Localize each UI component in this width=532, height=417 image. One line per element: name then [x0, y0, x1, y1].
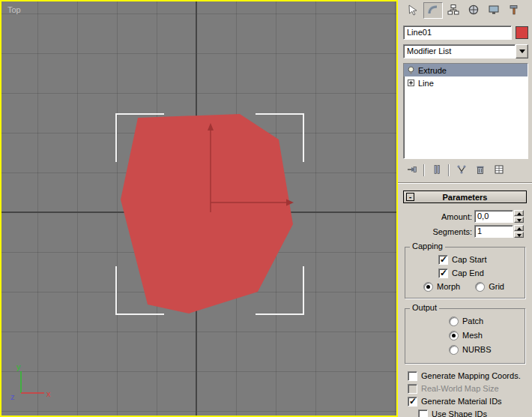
hierarchy-boxes-icon: [447, 4, 459, 17]
patch-label[interactable]: Patch: [462, 316, 483, 326]
output-group: Output Patch Mesh NURBS: [405, 308, 525, 364]
modifier-stack-item-line[interactable]: Line: [404, 76, 528, 89]
modifier-stack: Extrude Line: [403, 63, 528, 159]
cap-start-label[interactable]: Cap Start: [452, 255, 486, 264]
object-name-row: Line01: [403, 26, 528, 40]
generate-mapping-coords-label[interactable]: Generate Mapping Coords.: [421, 371, 521, 380]
amount-spinner: [514, 210, 524, 223]
spin-up-icon: [517, 212, 522, 215]
cap-type-row: Morph Grid: [423, 281, 522, 292]
toolbar-separator: [448, 164, 450, 176]
pin-stack-button[interactable]: [403, 163, 420, 178]
segments-spin-down-button[interactable]: [514, 232, 524, 238]
create-arrow-icon: [407, 4, 419, 17]
morph-radio[interactable]: [423, 282, 433, 292]
trash-icon: [475, 164, 486, 176]
real-world-map-size-label: Real-World Map Size: [421, 384, 499, 393]
show-end-result-icon: [432, 164, 442, 176]
show-end-result-button[interactable]: [428, 163, 445, 178]
segments-label: Segments:: [432, 227, 472, 236]
chevron-down-icon: [519, 50, 525, 53]
axis-z-label: z: [10, 392, 15, 401]
cap-end-checkbox[interactable]: [438, 268, 448, 278]
object-name-input[interactable]: Line01: [403, 26, 512, 40]
pin-icon: [407, 164, 417, 176]
modifier-list-dropdown-button[interactable]: [516, 44, 528, 58]
object-color-swatch[interactable]: [516, 26, 528, 39]
toolbar-separator: [423, 164, 425, 176]
grid-radio[interactable]: [475, 282, 485, 292]
modify-curve-icon: [427, 4, 439, 17]
remove-modifier-button[interactable]: [471, 163, 489, 178]
nurbs-row: NURBS: [449, 344, 522, 355]
segments-row: Segments: 1: [403, 225, 524, 238]
cap-start-checkbox[interactable]: [438, 255, 448, 265]
tab-utilities[interactable]: [504, 2, 524, 19]
tab-motion[interactable]: [464, 2, 483, 19]
viewport-top[interactable]: y x z Top: [0, 0, 398, 417]
amount-spin-up-button[interactable]: [514, 210, 524, 216]
segments-input[interactable]: 1: [474, 225, 513, 238]
segments-spin-up-button[interactable]: [514, 225, 524, 231]
world-axis-indicator: y x z: [10, 362, 51, 401]
patch-radio[interactable]: [449, 316, 459, 326]
configure-sets-icon: [494, 164, 504, 176]
modifier-stack-toolbar: [403, 161, 528, 179]
panel-divider: [398, 182, 532, 184]
real-world-map-size-checkbox[interactable]: [408, 384, 417, 394]
make-unique-button[interactable]: [453, 163, 470, 178]
configure-modifier-sets-button[interactable]: [490, 163, 507, 178]
patch-row: Patch: [449, 316, 522, 326]
morph-label[interactable]: Morph: [437, 282, 460, 291]
use-shape-ids-checkbox[interactable]: [418, 410, 428, 417]
base-object-label: Line: [418, 79, 434, 88]
generate-material-ids-checkbox[interactable]: [408, 397, 417, 406]
motion-wheel-icon: [468, 4, 480, 17]
modifier-list-dropdown[interactable]: Modifier List: [403, 44, 528, 58]
amount-spin-down-button[interactable]: [514, 217, 524, 223]
parameters-rollout-body: Amount: 0,0 Segments: 1: [403, 203, 527, 417]
viewport-scene: y x z: [1, 2, 396, 416]
tab-create[interactable]: [403, 2, 423, 19]
modifier-bulb-icon[interactable]: [406, 66, 415, 75]
generate-mapping-coords-checkbox[interactable]: [408, 371, 417, 381]
viewport-label[interactable]: Top: [7, 5, 21, 14]
options-list: Generate Mapping Coords. Real-World Map …: [408, 370, 527, 417]
amount-label: Amount:: [441, 212, 472, 221]
collapse-icon[interactable]: -: [406, 193, 414, 201]
rollout-title: Parameters: [414, 193, 516, 202]
nurbs-radio[interactable]: [449, 345, 459, 355]
generate-material-ids-label[interactable]: Generate Material IDs: [421, 397, 502, 406]
nurbs-label[interactable]: NURBS: [462, 345, 492, 354]
parameters-rollout-header[interactable]: - Parameters: [403, 190, 527, 203]
spin-down-icon: [517, 234, 522, 237]
tab-display[interactable]: [484, 2, 504, 19]
utilities-hammer-icon: [508, 4, 520, 17]
tab-modify[interactable]: [423, 2, 443, 19]
spin-up-icon: [517, 227, 522, 230]
tab-hierarchy[interactable]: [444, 2, 463, 19]
command-panel: Line01 Modifier List Extrude Line: [398, 0, 532, 417]
modifier-list-value[interactable]: Modifier List: [403, 44, 516, 58]
command-panel-tabs: [398, 0, 532, 20]
use-shape-ids-label[interactable]: Use Shape IDs: [432, 410, 487, 417]
modifier-stack-item-label: Extrude: [418, 66, 447, 75]
mesh-radio[interactable]: [449, 331, 459, 340]
output-group-title: Output: [410, 303, 439, 312]
generate-mapping-coords-row: Generate Mapping Coords.: [408, 370, 527, 381]
amount-input[interactable]: 0,0: [474, 210, 513, 223]
mesh-label[interactable]: Mesh: [462, 331, 483, 340]
cap-start-row: Cap Start: [438, 254, 522, 265]
extruded-shape[interactable]: [121, 114, 293, 314]
segments-spinner: [514, 225, 524, 238]
expand-plus-icon[interactable]: [406, 79, 415, 88]
grid-label[interactable]: Grid: [489, 282, 504, 291]
amount-row: Amount: 0,0: [403, 210, 524, 223]
cap-end-label[interactable]: Cap End: [452, 268, 484, 278]
modifier-stack-item-extrude[interactable]: Extrude: [404, 64, 528, 76]
use-shape-ids-row: Use Shape IDs: [418, 409, 527, 417]
3ds-max-window: y x z Top: [0, 0, 532, 417]
parameters-rollout: - Parameters Amount: 0,0 Segments: 1: [403, 190, 527, 417]
axis-x-label: x: [46, 389, 51, 398]
axis-y-label: y: [16, 362, 21, 371]
